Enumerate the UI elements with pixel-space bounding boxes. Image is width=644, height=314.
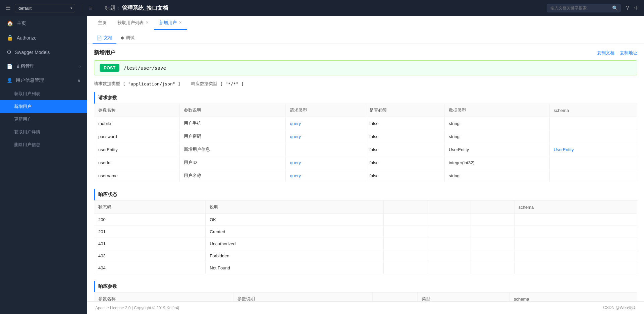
param-req-type[interactable]: query (286, 117, 365, 130)
search-wrap: 🔍 (547, 4, 621, 12)
tab-bar: 主页 获取用户列表 ✕ 新增用户 ✕ (87, 16, 644, 30)
status-empty2 (427, 262, 471, 274)
response-params-header-row: 参数名称 参数说明 类型 schema (94, 293, 637, 302)
sub-tab-test[interactable]: ✱ 调试 (116, 33, 139, 44)
status-code: 404 (94, 262, 206, 274)
status-empty3 (471, 250, 515, 262)
project-select[interactable]: default (15, 4, 75, 12)
sub-tab-doc[interactable]: 📄 文档 (93, 33, 116, 44)
tab-get-users[interactable]: 获取用户列表 ✕ (112, 16, 154, 30)
param-desc: 用户手机 (179, 117, 286, 130)
hamburger-icon[interactable]: ☰ (5, 4, 11, 12)
api-title: 新增用户 (94, 49, 115, 56)
param-req-type[interactable]: query (286, 169, 365, 182)
lang-button[interactable]: 中 (634, 5, 639, 11)
sidebar-item-swagger-models[interactable]: ⚙ Swagger Models (0, 45, 87, 59)
param-schema (549, 117, 637, 130)
sidebar-sub-get-user-detail-label: 获取用户详情 (14, 129, 40, 134)
status-desc: Not Found (206, 262, 384, 274)
tab-add-user[interactable]: 新增用户 ✕ (154, 16, 187, 30)
sidebar-sub-get-user-detail[interactable]: 获取用户详情 (0, 126, 87, 138)
divider (82, 4, 82, 12)
sidebar-sub-add-user[interactable]: 新增用户 (0, 100, 87, 113)
tab-home[interactable]: 主页 (93, 16, 112, 30)
chevron-right-icon: › (79, 64, 80, 69)
req-type-link[interactable]: query (290, 160, 301, 165)
sidebar-sub-delete-user-label: 删除用户信息 (14, 142, 40, 147)
sidebar-authorize-label: Authorize (17, 35, 37, 41)
response-params-title: 响应参数 (94, 281, 637, 292)
tab-get-users-close[interactable]: ✕ (146, 20, 149, 25)
menu-icon: ≡ (89, 5, 93, 12)
footer: Apache License 2.0 | Copyright © 2019-Kn… (87, 301, 644, 314)
status-empty3 (471, 226, 515, 238)
sidebar-user-mgmt-header[interactable]: 👤 用户信息管理 ∧ (0, 73, 87, 87)
sidebar-sub-delete-user[interactable]: 删除用户信息 (0, 138, 87, 151)
tab-add-user-close[interactable]: ✕ (179, 20, 182, 25)
param-data-type: integer(int32) (445, 156, 550, 169)
status-empty1 (384, 262, 427, 274)
req-type-link[interactable]: query (290, 134, 301, 139)
chevron-up-icon: ∧ (77, 78, 80, 83)
param-schema (549, 156, 637, 169)
footer-right: CSDN @Wen先漾 (603, 305, 636, 311)
response-status-section: 响应状态 状态码 说明 schema (94, 189, 637, 274)
sidebar-sub-update-user[interactable]: 更新用户 (0, 113, 87, 126)
param-desc: 用户ID (179, 156, 286, 169)
param-data-type: string (445, 130, 550, 143)
status-code: 403 (94, 250, 206, 262)
help-icon[interactable]: ? (626, 5, 629, 11)
copy-doc-button[interactable]: 复制文档 (597, 50, 614, 56)
meta-row: 请求数据类型 [ "application/json" ] 响应数据类型 [ "… (94, 81, 637, 87)
param-req-type[interactable]: query (286, 130, 365, 143)
status-desc: Forbidden (206, 250, 384, 262)
param-schema (549, 130, 637, 143)
req-type-link[interactable]: query (290, 173, 301, 178)
response-params-table: 参数名称 参数说明 类型 schema (94, 292, 637, 301)
param-desc: 用户密码 (179, 130, 286, 143)
status-empty3 (471, 238, 515, 250)
table-row: 404 Not Found (94, 262, 637, 274)
sidebar-home-label: 主页 (17, 20, 26, 26)
test-tab-label: 调试 (126, 35, 135, 41)
status-desc: Unauthorized (206, 238, 384, 250)
schema-link[interactable]: UserEntity (554, 147, 574, 152)
col-status-empty2 (427, 201, 471, 214)
user-icon: 👤 (7, 78, 12, 83)
search-icon[interactable]: 🔍 (612, 5, 618, 11)
req-type-link[interactable]: query (290, 121, 301, 126)
copy-url-button[interactable]: 复制地址 (620, 50, 637, 56)
sidebar-doc-mgmt-header[interactable]: 📄 文档管理 › (0, 59, 87, 73)
status-empty1 (384, 238, 427, 250)
param-required: false (365, 117, 445, 130)
param-name: username (94, 169, 180, 182)
project-select-wrap[interactable]: default (15, 4, 75, 12)
request-type-value: [ "application/json" ] (123, 81, 180, 86)
sidebar-sub-get-users[interactable]: 获取用户列表 (0, 87, 87, 100)
param-schema[interactable]: UserEntity (549, 143, 637, 156)
sidebar-item-authorize[interactable]: 🔒 Authorize (0, 30, 87, 45)
sidebar-sub-get-users-label: 获取用户列表 (14, 91, 40, 96)
table-row: 201 Created (94, 226, 637, 238)
topbar: ☰ default ≡ 标题： 管理系统_接口文档 🔍 ? 中 (0, 0, 644, 16)
status-code: 401 (94, 238, 206, 250)
sidebar: 🏠 主页 🔒 Authorize ⚙ Swagger Models 📄 文档管理… (0, 16, 87, 314)
status-empty3 (471, 262, 515, 274)
search-input[interactable] (547, 4, 621, 12)
tab-get-users-label: 获取用户列表 (117, 20, 144, 26)
tab-add-user-label: 新增用户 (159, 20, 177, 26)
api-title-row: 新增用户 复制文档 复制地址 (94, 49, 637, 56)
sidebar-item-home[interactable]: 🏠 主页 (0, 16, 87, 30)
param-data-type: string (445, 169, 550, 182)
table-row: username 用户名称 query false string (94, 169, 637, 182)
param-desc: 新增用户信息 (179, 143, 286, 156)
doc-tab-label: 文档 (104, 35, 112, 41)
param-req-type[interactable]: query (286, 156, 365, 169)
sub-tabs: 📄 文档 ✱ 调试 (87, 30, 644, 44)
status-schema (514, 250, 637, 262)
col-resp-empty (372, 293, 418, 302)
col-schema: schema (549, 104, 637, 117)
sidebar-swagger-label: Swagger Models (15, 50, 50, 55)
swagger-icon: ⚙ (7, 49, 11, 55)
col-status-empty1 (384, 201, 427, 214)
